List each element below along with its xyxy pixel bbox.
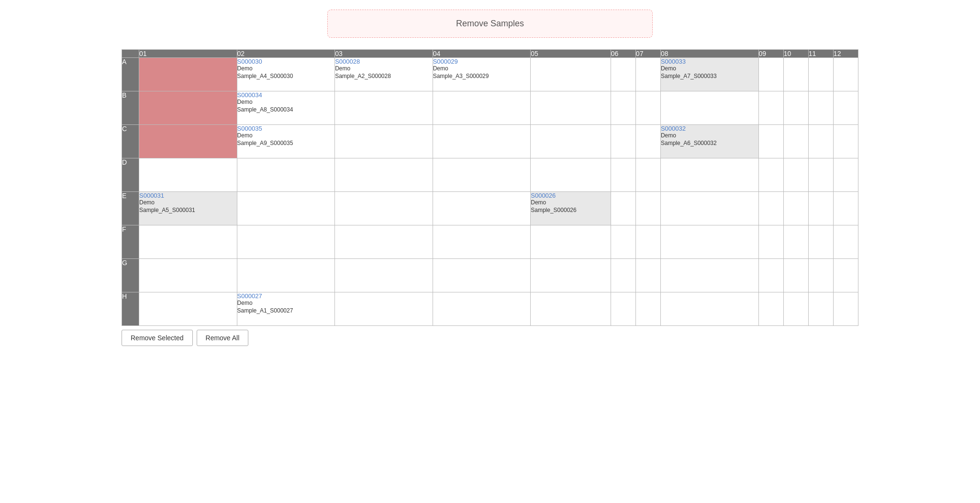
- cell-H-03: [433, 292, 531, 326]
- cell-A-00: [139, 58, 237, 91]
- sample-link-B-01[interactable]: S000034: [237, 91, 335, 99]
- cell-F-10: [808, 225, 833, 259]
- sample-name-H-01: Demo: [237, 300, 335, 307]
- col-header-04: 04: [433, 50, 531, 58]
- cell-C-07[interactable]: S000032DemoSample_A6_S000032: [660, 125, 758, 158]
- cell-F-08: [758, 225, 783, 259]
- cell-C-05: [611, 125, 635, 158]
- cell-H-08: [758, 292, 783, 326]
- col-header-11: 11: [808, 50, 833, 58]
- sample-grid: 010203040506070809101112 AS000030DemoSam…: [122, 49, 858, 326]
- cell-A-01[interactable]: S000030DemoSample_A4_S000030: [237, 58, 335, 91]
- sample-link-C-07[interactable]: S000032: [661, 125, 758, 132]
- cell-D-09: [783, 158, 808, 192]
- cell-H-09: [783, 292, 808, 326]
- cell-E-05: [611, 192, 635, 225]
- cell-C-03: [433, 125, 531, 158]
- cell-F-05: [611, 225, 635, 259]
- cell-A-03[interactable]: S000029DemoSample_A3_S000029: [433, 58, 531, 91]
- cell-C-11: [833, 125, 858, 158]
- row-header-D: D: [122, 158, 139, 192]
- sample-subname-A-03: Sample_A3_S000029: [433, 73, 531, 80]
- cell-G-01: [237, 259, 335, 292]
- sample-link-A-02[interactable]: S000028: [335, 58, 433, 65]
- cell-D-07: [660, 158, 758, 192]
- cell-B-01[interactable]: S000034DemoSample_A8_S000034: [237, 91, 335, 125]
- cell-E-10: [808, 192, 833, 225]
- col-header-03: 03: [335, 50, 433, 58]
- table-row: HS000027DemoSample_A1_S000027: [122, 292, 858, 326]
- cell-F-04: [531, 225, 611, 259]
- sample-subname-H-01: Sample_A1_S000027: [237, 307, 335, 315]
- cell-C-06: [635, 125, 660, 158]
- cell-H-00: [139, 292, 237, 326]
- cell-C-10: [808, 125, 833, 158]
- table-row: BS000034DemoSample_A8_S000034: [122, 91, 858, 125]
- sample-name-A-01: Demo: [237, 65, 335, 73]
- cell-D-00: [139, 158, 237, 192]
- cell-E-03: [433, 192, 531, 225]
- cell-G-00: [139, 259, 237, 292]
- col-header-08: 08: [660, 50, 758, 58]
- cell-G-05: [611, 259, 635, 292]
- cell-B-00: [139, 91, 237, 125]
- sample-link-H-01[interactable]: S000027: [237, 292, 335, 300]
- sample-name-E-00: Demo: [139, 199, 237, 207]
- cell-E-09: [783, 192, 808, 225]
- col-header-01: 01: [139, 50, 237, 58]
- cell-H-01[interactable]: S000027DemoSample_A1_S000027: [237, 292, 335, 326]
- sample-subname-E-00: Sample_A5_S000031: [139, 207, 237, 214]
- cell-C-01[interactable]: S000035DemoSample_A9_S000035: [237, 125, 335, 158]
- table-row: ES000031DemoSample_A5_S000031S000026Demo…: [122, 192, 858, 225]
- cell-E-02: [335, 192, 433, 225]
- sample-link-A-03[interactable]: S000029: [433, 58, 531, 65]
- cell-A-06: [635, 58, 660, 91]
- cell-F-09: [783, 225, 808, 259]
- cell-D-01: [237, 158, 335, 192]
- row-header-H: H: [122, 292, 139, 326]
- cell-C-08: [758, 125, 783, 158]
- sample-link-C-01[interactable]: S000035: [237, 125, 335, 132]
- table-row: G: [122, 259, 858, 292]
- row-header-A: A: [122, 58, 139, 91]
- sample-link-A-01[interactable]: S000030: [237, 58, 335, 65]
- cell-D-05: [611, 158, 635, 192]
- cell-C-02: [335, 125, 433, 158]
- cell-A-07[interactable]: S000033DemoSample_A7_S000033: [660, 58, 758, 91]
- remove-selected-button[interactable]: Remove Selected: [122, 330, 193, 346]
- cell-A-09: [783, 58, 808, 91]
- cell-G-07: [660, 259, 758, 292]
- cell-C-09: [783, 125, 808, 158]
- cell-F-06: [635, 225, 660, 259]
- col-header-10: 10: [783, 50, 808, 58]
- col-header-07: 07: [635, 50, 660, 58]
- cell-A-05: [611, 58, 635, 91]
- sample-name-C-01: Demo: [237, 132, 335, 140]
- cell-A-02[interactable]: S000028DemoSample_A2_S000028: [335, 58, 433, 91]
- cell-H-05: [611, 292, 635, 326]
- col-header-12: 12: [833, 50, 858, 58]
- cell-B-05: [611, 91, 635, 125]
- remove-all-button[interactable]: Remove All: [197, 330, 249, 346]
- sample-subname-B-01: Sample_A8_S000034: [237, 106, 335, 114]
- cell-G-11: [833, 259, 858, 292]
- row-header-G: G: [122, 259, 139, 292]
- sample-name-B-01: Demo: [237, 99, 335, 106]
- cell-C-00: [139, 125, 237, 158]
- cell-G-02: [335, 259, 433, 292]
- cell-A-04: [531, 58, 611, 91]
- cell-D-06: [635, 158, 660, 192]
- cell-D-02: [335, 158, 433, 192]
- cell-F-02: [335, 225, 433, 259]
- col-header-06: 06: [611, 50, 635, 58]
- cell-G-03: [433, 259, 531, 292]
- cell-E-00[interactable]: S000031DemoSample_A5_S000031: [139, 192, 237, 225]
- cell-F-03: [433, 225, 531, 259]
- cell-H-07: [660, 292, 758, 326]
- footer-buttons: Remove Selected Remove All: [122, 330, 858, 346]
- sample-link-E-04[interactable]: S000026: [531, 192, 610, 199]
- sample-link-E-00[interactable]: S000031: [139, 192, 237, 199]
- cell-G-04: [531, 259, 611, 292]
- cell-E-04[interactable]: S000026DemoSample_S000026: [531, 192, 611, 225]
- sample-link-A-07[interactable]: S000033: [661, 58, 758, 65]
